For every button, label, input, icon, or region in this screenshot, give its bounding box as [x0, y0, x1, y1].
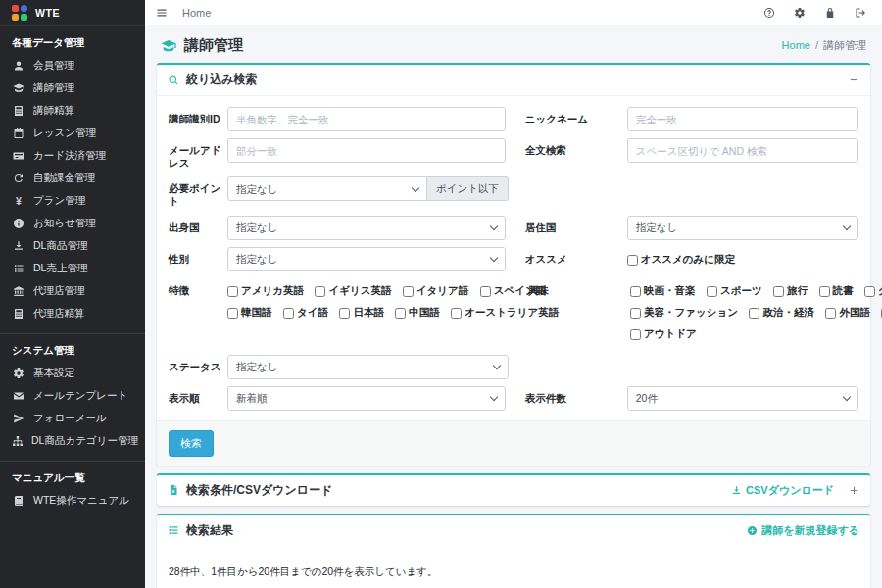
- sidebar-item-wte-manual[interactable]: WTE操作マニュアル: [0, 489, 145, 512]
- interest-option[interactable]: 映画・音楽: [630, 284, 696, 298]
- fulltext-input[interactable]: [627, 138, 858, 163]
- interest-option[interactable]: 政治・経済: [749, 306, 814, 319]
- email-input[interactable]: [227, 138, 506, 163]
- brand-name: WTE: [35, 7, 60, 19]
- sidebar-item-lessons[interactable]: レッスン管理: [0, 122, 145, 144]
- sign-out-icon[interactable]: [855, 7, 866, 19]
- page-header: 講師管理 Home/講師管理: [157, 30, 870, 63]
- checkbox[interactable]: [339, 308, 350, 318]
- points-addon: ポイント以下: [427, 176, 509, 201]
- checkbox[interactable]: [825, 308, 836, 318]
- checkbox[interactable]: [283, 308, 294, 318]
- interest-option[interactable]: 外国語: [825, 306, 870, 319]
- gender-select[interactable]: 指定なし: [227, 247, 506, 271]
- gear-icon[interactable]: [794, 7, 806, 19]
- sidebar-item-mail-templates[interactable]: メールテンプレート: [0, 384, 145, 407]
- sidebar-item-dl-sales[interactable]: DL売上管理: [0, 257, 145, 279]
- interest-option[interactable]: グルメ・お酒: [864, 284, 882, 298]
- help-icon[interactable]: [763, 7, 775, 19]
- sidebar-item-instructor-settlement[interactable]: 講師精算: [0, 99, 145, 122]
- sidebar-section-data-management: 各種データ管理 会員管理 講師管理 講師精算 レッスン管理 カード決済管理 自動…: [0, 26, 145, 328]
- form-row: 表示順 新着順 表示件数 20件: [169, 386, 858, 411]
- sort-order-select[interactable]: 新着順: [227, 386, 506, 411]
- register-instructor-link[interactable]: 講師を新規登録する: [747, 523, 859, 538]
- filter-card-body: 講師識別ID ニックネーム メールアドレス 全文検索 必要ポイント: [157, 96, 870, 420]
- checkbox[interactable]: [315, 286, 325, 297]
- sidebar-item-members[interactable]: 会員管理: [0, 54, 145, 76]
- feature-option[interactable]: 中国語: [395, 306, 440, 319]
- checkbox[interactable]: [630, 286, 641, 297]
- search-button[interactable]: 検索: [169, 430, 214, 457]
- interest-option[interactable]: 旅行: [773, 284, 808, 298]
- breadcrumb-home-link[interactable]: Home: [782, 39, 810, 51]
- fulltext-label: 全文検索: [506, 138, 627, 157]
- instructor-id-input[interactable]: [227, 107, 506, 131]
- graduation-cap-icon: [161, 38, 176, 54]
- checkbox[interactable]: [864, 286, 875, 297]
- sidebar-item-instructors[interactable]: 講師管理: [0, 76, 145, 99]
- sidebar-item-agencies[interactable]: 代理店管理: [0, 279, 145, 302]
- checkbox[interactable]: [749, 308, 760, 318]
- sidebar-item-plans[interactable]: プラン管理: [0, 189, 145, 212]
- list-icon: [12, 263, 25, 274]
- checkbox[interactable]: [707, 286, 717, 297]
- interest-option[interactable]: 美容・ファッション: [630, 306, 738, 319]
- sidebar-item-dl-products[interactable]: DL商品管理: [0, 234, 145, 257]
- brand[interactable]: WTE: [0, 0, 145, 26]
- sidebar-item-agency-settlement[interactable]: 代理店精算: [0, 302, 145, 324]
- per-page-select[interactable]: 20件: [627, 386, 858, 411]
- expand-icon[interactable]: [849, 485, 859, 496]
- checkbox[interactable]: [403, 286, 414, 297]
- status-select[interactable]: 指定なし: [227, 355, 509, 379]
- nickname-label: ニックネーム: [506, 107, 627, 125]
- feature-option[interactable]: アメリカ英語: [227, 284, 304, 298]
- feature-option[interactable]: 日本語: [339, 306, 384, 319]
- origin-country-select[interactable]: 指定なし: [227, 216, 506, 240]
- checkbox[interactable]: [630, 308, 641, 318]
- points-select[interactable]: 指定なし: [227, 176, 427, 201]
- checkbox[interactable]: [451, 308, 462, 318]
- sidebar-item-card-payments[interactable]: カード決済管理: [0, 144, 145, 167]
- instructor-id-label: 講師識別ID: [169, 107, 227, 125]
- checkbox[interactable]: [480, 286, 491, 297]
- feature-option[interactable]: 韓国語: [227, 306, 272, 319]
- collapse-icon[interactable]: [849, 74, 859, 85]
- lock-icon[interactable]: [824, 7, 836, 19]
- sidebar-section-header: マニュアル一覧: [0, 462, 145, 489]
- interest-option[interactable]: 読書: [819, 284, 854, 298]
- interest-option[interactable]: スポーツ: [707, 284, 762, 298]
- recommended-only-checkbox[interactable]: オススメのみに限定: [627, 253, 735, 267]
- sidebar-section-header: 各種データ管理: [0, 26, 145, 54]
- csv-download-link[interactable]: CSVダウンロード: [731, 483, 834, 498]
- nickname-input[interactable]: [627, 107, 858, 131]
- feature-option[interactable]: イタリア語: [403, 284, 468, 298]
- interest-option[interactable]: アウトドア: [630, 327, 697, 341]
- email-label: メールアドレス: [169, 138, 227, 170]
- results-card-title: 検索結果: [168, 522, 233, 539]
- sidebar-item-auto-billing[interactable]: 自動課金管理: [0, 167, 145, 189]
- checkbox[interactable]: [227, 308, 238, 318]
- hamburger-menu-icon[interactable]: [156, 7, 168, 19]
- credit-card-icon: [12, 150, 25, 162]
- checkbox[interactable]: [395, 308, 406, 318]
- csv-card-header: 検索条件/CSVダウンロード CSVダウンロード: [157, 475, 870, 506]
- breadcrumb: Home/講師管理: [782, 38, 866, 53]
- checkbox[interactable]: [819, 286, 830, 297]
- checkbox[interactable]: [630, 329, 641, 340]
- checkbox[interactable]: [227, 286, 238, 297]
- results-summary: 28件中、1件目から20件目までの20件を表示しています。: [169, 565, 858, 579]
- gear-icon: [12, 368, 25, 379]
- checkbox[interactable]: [773, 286, 784, 297]
- sidebar-item-dl-categories[interactable]: DL商品カテゴリー管理: [0, 429, 145, 452]
- gender-label: 性別: [169, 247, 227, 266]
- sidebar-item-notices[interactable]: お知らせ管理: [0, 212, 145, 234]
- feature-option[interactable]: オーストラリア英語: [451, 306, 559, 319]
- feature-option[interactable]: タイ語: [283, 306, 328, 319]
- topbar-home-link[interactable]: Home: [182, 7, 211, 19]
- feature-option[interactable]: イギリス英語: [315, 284, 391, 298]
- sidebar-item-follow-mail[interactable]: フォローメール: [0, 407, 145, 429]
- residence-country-select[interactable]: 指定なし: [627, 216, 858, 240]
- checkbox[interactable]: [627, 255, 638, 266]
- sidebar-item-basic-settings[interactable]: 基本設定: [0, 362, 145, 384]
- filter-card-footer: 検索: [157, 420, 870, 466]
